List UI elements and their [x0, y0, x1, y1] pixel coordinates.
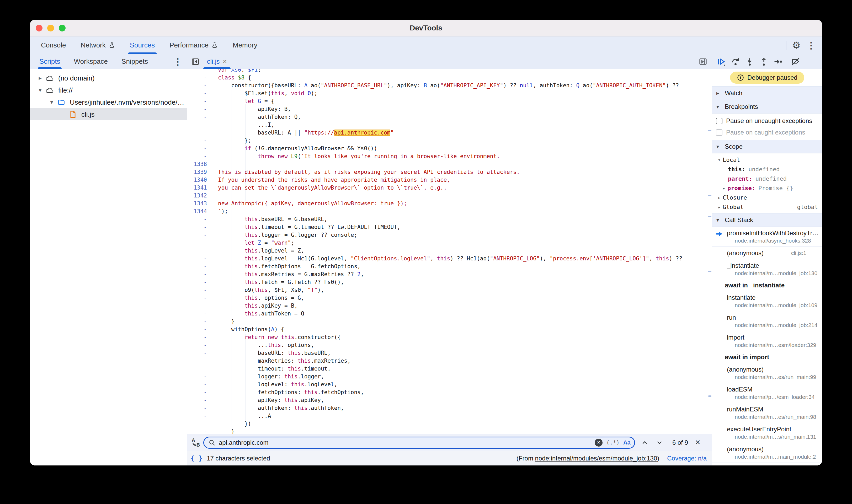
line-gutter[interactable]: -	[187, 357, 211, 365]
scope-group-global[interactable]: ▸Globalglobal	[712, 202, 822, 212]
watch-section-header[interactable]: ▸ Watch	[712, 86, 822, 100]
main-tab-performance[interactable]: Performance	[167, 36, 220, 54]
line-gutter[interactable]: -	[187, 129, 211, 137]
main-tab-memory[interactable]: Memory	[231, 36, 260, 54]
resume-button[interactable]	[714, 55, 728, 69]
scope-variable-this[interactable]: this:undefined	[712, 164, 822, 174]
tab-snippets[interactable]: Snippets	[120, 54, 149, 69]
call-stack-section-header[interactable]: ▾ Call Stack	[712, 213, 822, 227]
line-gutter[interactable]: -	[187, 74, 211, 82]
call-stack-frame[interactable]: importnode:internal/m…esm/loader:329	[712, 331, 822, 351]
clear-search-button[interactable]: ✕	[595, 439, 603, 447]
line-gutter[interactable]: -	[187, 310, 211, 318]
tree-item-file-[interactable]: ▾file://	[30, 84, 187, 96]
line-gutter[interactable]: -	[187, 428, 211, 434]
scope-variable-promise[interactable]: ▸promise:Promise {}	[712, 183, 822, 193]
line-gutter[interactable]: -	[187, 373, 211, 380]
line-gutter[interactable]: -	[187, 404, 211, 412]
call-stack-frame[interactable]: (anonymous)node:internal/m…main_module:2	[712, 443, 822, 463]
search-input[interactable]	[219, 439, 595, 446]
settings-button[interactable]: ⚙	[789, 38, 804, 53]
line-gutter[interactable]: 1342	[187, 192, 211, 200]
line-gutter[interactable]: -	[187, 412, 211, 420]
line-gutter[interactable]	[187, 69, 211, 74]
hide-navigator-button[interactable]	[189, 55, 202, 69]
step-over-button[interactable]	[728, 55, 743, 69]
tree-item-users-jinhuilee-nvm-versions-node-v2-[interactable]: ▾Users/jinhuilee/.nvm/versions/node/v2…	[30, 96, 187, 108]
line-gutter[interactable]: -	[187, 341, 211, 349]
scope-variable-parent[interactable]: parent:undefined	[712, 174, 822, 183]
line-gutter[interactable]: 1343	[187, 200, 211, 208]
line-gutter[interactable]: -	[187, 223, 211, 231]
line-gutter[interactable]: -	[187, 380, 211, 388]
close-search-button[interactable]: ✕	[695, 438, 700, 447]
line-gutter[interactable]: -	[187, 302, 211, 310]
line-gutter[interactable]: -	[187, 388, 211, 396]
step-into-button[interactable]	[743, 55, 757, 69]
coverage-link[interactable]: Coverage: n/a	[667, 455, 707, 462]
tree-item--no-domain-[interactable]: ▸(no domain)	[30, 72, 187, 84]
scope-section-header[interactable]: ▾ Scope	[712, 140, 822, 154]
main-tab-console[interactable]: Console	[39, 36, 68, 54]
line-gutter[interactable]: 1344	[187, 208, 211, 215]
tab-workspace[interactable]: Workspace	[72, 54, 109, 69]
scope-group-local[interactable]: ▾Local	[712, 155, 822, 164]
line-gutter[interactable]: -	[187, 286, 211, 294]
line-gutter[interactable]: -	[187, 365, 211, 373]
line-gutter[interactable]: -	[187, 294, 211, 302]
call-stack-frame[interactable]: runnode:internal/m…module_job:214	[712, 311, 822, 331]
main-tab-network[interactable]: Network	[78, 36, 117, 54]
close-tab-icon[interactable]: ×	[223, 57, 227, 66]
toggle-replace-button[interactable]: A B	[187, 437, 203, 448]
regex-toggle[interactable]: (.*)	[606, 439, 620, 446]
step-button[interactable]	[771, 55, 785, 69]
line-gutter[interactable]: -	[187, 270, 211, 278]
line-gutter[interactable]: -	[187, 152, 211, 160]
line-gutter[interactable]: -	[187, 144, 211, 152]
scope-group-closure[interactable]: ▸Closure	[712, 193, 822, 202]
line-gutter[interactable]: -	[187, 231, 211, 239]
call-stack-frame[interactable]: promiseInitHookWithDestroyTr…node:intern…	[712, 227, 822, 247]
line-gutter[interactable]: -	[187, 215, 211, 223]
deactivate-breakpoints-button[interactable]	[788, 55, 803, 69]
main-tab-sources[interactable]: Sources	[128, 36, 157, 54]
call-stack-frame[interactable]: loadESMnode:internal/p…/esm_loader:34	[712, 383, 822, 403]
step-out-button[interactable]	[757, 55, 771, 69]
checkbox[interactable]	[716, 129, 723, 136]
line-gutter[interactable]: -	[187, 325, 211, 333]
line-gutter[interactable]: -	[187, 349, 211, 357]
call-stack-frame[interactable]: instantiatenode:internal/m…module_job:10…	[712, 291, 822, 311]
line-gutter[interactable]: -	[187, 137, 211, 144]
line-gutter[interactable]: -	[187, 247, 211, 255]
more-options-button[interactable]: ⋮	[804, 38, 818, 53]
module-link[interactable]: node:internal/modules/esm/module_job:130	[535, 455, 657, 462]
line-gutter[interactable]: 1338	[187, 160, 211, 168]
line-gutter[interactable]: 1340	[187, 176, 211, 184]
tab-scripts[interactable]: Scripts	[38, 54, 61, 69]
line-gutter[interactable]: -	[187, 89, 211, 97]
line-gutter[interactable]: 1339	[187, 168, 211, 176]
code-viewport[interactable]: var Xs0, $F1;-class $8 {- constructor({b…	[187, 69, 712, 434]
line-gutter[interactable]: -	[187, 105, 211, 113]
navigator-more-button[interactable]: ⋮	[171, 54, 185, 69]
next-match-button chevron-down-icon[interactable]	[656, 439, 663, 447]
match-case-toggle[interactable]: Aa	[623, 439, 631, 446]
line-gutter[interactable]: -	[187, 420, 211, 428]
line-gutter[interactable]: -	[187, 239, 211, 247]
pretty-print-icon[interactable]: { }	[191, 454, 202, 462]
line-gutter[interactable]: -	[187, 333, 211, 341]
call-stack-frame[interactable]: runMainESMnode:internal/m…es/run_main:98	[712, 403, 822, 423]
toggle-debugger-panel-button[interactable]	[696, 55, 710, 69]
call-stack-frame[interactable]: (anonymous)node:internal/m…es/run_main:9…	[712, 363, 822, 383]
checkbox[interactable]	[716, 118, 723, 124]
call-stack-frame[interactable]: _instantiatenode:internal/m…module_job:1…	[712, 259, 822, 279]
line-gutter[interactable]: -	[187, 278, 211, 286]
call-stack-frame[interactable]: (anonymous)cli.js:1	[712, 247, 822, 259]
breakpoints-section-header[interactable]: ▾ Breakpoints	[712, 100, 822, 113]
tree-item-cli-js[interactable]: cli.js	[30, 108, 187, 120]
chevron-down-icon[interactable]: ▾	[36, 87, 45, 94]
call-stack-frame[interactable]: executeUserEntryPointnode:internal/m…s/r…	[712, 423, 822, 443]
editor-tab-clijs[interactable]: cli.js ×	[202, 54, 232, 69]
previous-match-button chevron-up-icon[interactable]	[641, 439, 649, 447]
chevron-right-icon[interactable]: ▸	[36, 75, 45, 82]
